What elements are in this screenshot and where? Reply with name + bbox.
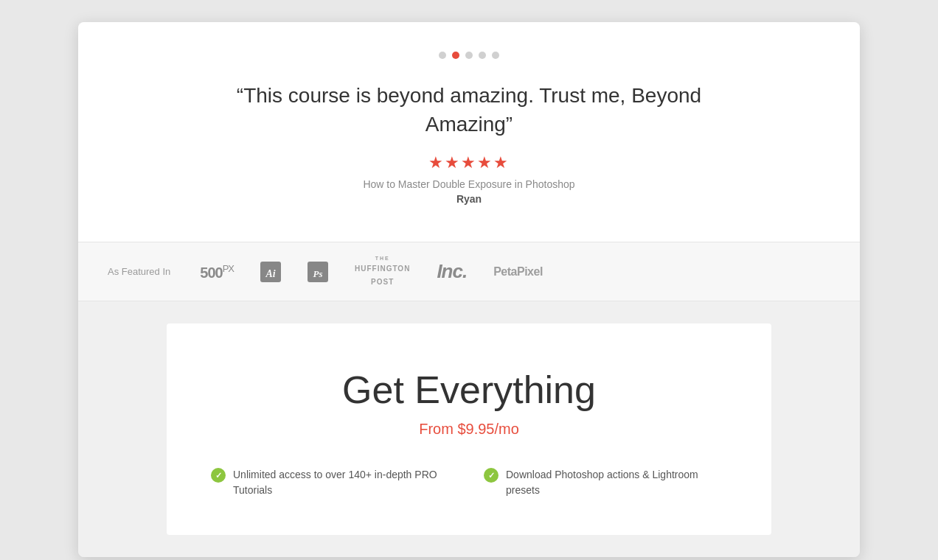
check-icon-1	[211, 468, 226, 483]
logo-petapixel: PetaPixel	[493, 265, 543, 279]
logo-photoshop: Ps	[308, 262, 328, 282]
logo-huffington-post: THE HUFFINGTON POST	[355, 256, 410, 287]
logo-500px: 500PX	[200, 263, 234, 281]
get-everything-card: Get Everything From $9.95/mo Unlimited a…	[167, 323, 771, 535]
carousel-dots[interactable]	[93, 52, 845, 59]
feature-text-1: Unlimited access to over 140+ in-depth P…	[233, 467, 454, 498]
carousel-dot-1[interactable]	[439, 52, 446, 59]
featured-bar: As Featured In 500PX Ai Ps	[78, 242, 860, 301]
testimonial-stars: ★★★★★	[93, 153, 845, 172]
check-icon-2	[484, 468, 498, 483]
get-everything-title: Get Everything	[196, 368, 742, 412]
carousel-dot-2[interactable]	[452, 52, 459, 59]
logo-inc: Inc.	[437, 260, 467, 283]
testimonial-course: How to Master Double Exposure in Photosh…	[93, 178, 845, 190]
get-everything-price: From $9.95/mo	[196, 421, 742, 438]
feature-item-1: Unlimited access to over 140+ in-depth P…	[211, 467, 454, 498]
featured-logos: 500PX Ai Ps THE HUFFINGTON	[200, 256, 830, 287]
logo-adobe-ai: Ai	[260, 262, 281, 282]
features-grid: Unlimited access to over 140+ in-depth P…	[211, 467, 727, 498]
featured-label: As Featured In	[108, 266, 170, 277]
svg-text:Ai: Ai	[265, 268, 275, 279]
inc-text: Inc.	[437, 260, 467, 283]
feature-item-2: Download Photoshop actions & Lightroom p…	[484, 467, 727, 498]
testimonial-section: “This course is beyond amazing. Trust me…	[78, 22, 860, 242]
feature-text-2: Download Photoshop actions & Lightroom p…	[506, 467, 727, 498]
testimonial-author: Ryan	[93, 193, 845, 205]
browser-window: “This course is beyond amazing. Trust me…	[78, 22, 860, 557]
carousel-dot-5[interactable]	[492, 52, 499, 59]
carousel-dot-3[interactable]	[465, 52, 473, 59]
testimonial-quote: “This course is beyond amazing. Trust me…	[211, 81, 727, 139]
gray-section: Get Everything From $9.95/mo Unlimited a…	[78, 301, 860, 557]
carousel-dot-4[interactable]	[479, 52, 486, 59]
svg-text:Ps: Ps	[313, 268, 323, 279]
